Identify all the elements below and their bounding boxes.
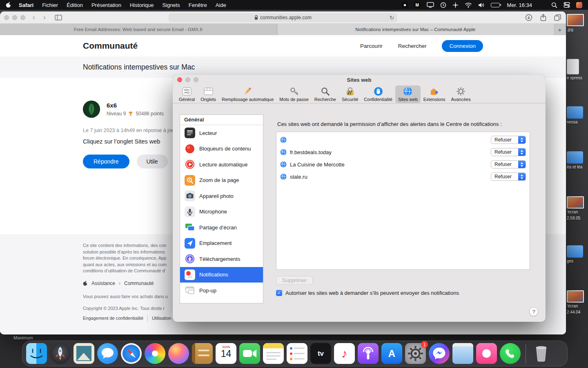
volume-icon[interactable] <box>478 2 485 8</box>
breadcrumb-assistance[interactable]: Assistance <box>91 280 115 287</box>
share-icon[interactable] <box>540 14 546 21</box>
prefs-tab-mots-de-passe[interactable]: Mots de passe <box>276 85 312 103</box>
accessibility-icon[interactable] <box>452 2 459 8</box>
prefs-tab-avancees[interactable]: Avancées <box>448 85 474 103</box>
desktop-file[interactable]: ’écran 2.44.04 <box>567 290 588 315</box>
desktop-file[interactable]: ’écran 2.58.05 <box>567 196 588 221</box>
checkbox-checked-icon[interactable]: ✓ <box>276 290 282 296</box>
dock-contacts-icon[interactable] <box>192 343 213 364</box>
site-row[interactable]: La Cuisine de Mercotte Refuser <box>276 158 530 171</box>
forward-button[interactable]: › <box>43 13 46 22</box>
screen-status-icon[interactable] <box>402 2 408 8</box>
permission-dropdown[interactable]: Refuser <box>491 173 526 181</box>
sidebar-toggle-icon[interactable] <box>55 15 62 20</box>
footer-link-confidentialite[interactable]: Engagement de confidentialité <box>83 315 147 322</box>
site-row[interactable]: fr.bestdeals.today Refuser <box>276 146 530 158</box>
prefs-tab-confidentialite[interactable]: Confidentialité <box>361 85 395 103</box>
dialog-close-button[interactable] <box>177 77 182 82</box>
prefs-tab-recherche[interactable]: Recherche <box>312 85 339 103</box>
permission-dropdown[interactable]: Refuser <box>491 160 526 168</box>
new-tab-button[interactable]: + <box>554 24 566 35</box>
sidebar-item-microphone[interactable]: Microphone <box>180 204 263 220</box>
time-machine-icon[interactable] <box>440 2 446 8</box>
permission-dropdown[interactable]: Refuser <box>491 136 526 144</box>
address-bar[interactable]: communities.apple.com ↻ <box>169 13 397 22</box>
back-button[interactable]: ‹ <box>33 13 35 22</box>
tab-apple-community[interactable]: Notifications intempestives sur Mac – Co… <box>277 24 554 35</box>
helpful-button[interactable]: Utile <box>137 155 168 168</box>
dock-system-preferences-icon[interactable]: 1 <box>405 343 426 364</box>
desktop-file-label-partial[interactable]: Maximum <box>13 335 33 340</box>
dock-safari-icon[interactable] <box>121 343 142 364</box>
prefs-tab-onglets[interactable]: Onglets <box>198 85 219 103</box>
apple-menu-icon[interactable] <box>6 2 11 8</box>
site-row[interactable]: stale.ru Refuser <box>276 171 530 183</box>
menu-safari[interactable]: Safari <box>19 2 33 8</box>
dock-podcasts-icon[interactable] <box>358 343 379 364</box>
prefs-tab-sites-web[interactable]: Sites web <box>395 85 421 103</box>
menu-edition[interactable]: Édition <box>67 2 83 8</box>
sidebar-item-bloqueurs[interactable]: Bloqueurs de contenu <box>180 141 263 157</box>
sidebar-item-lecteur[interactable]: Lecteur <box>180 125 263 141</box>
allow-notifications-checkbox-row[interactable]: ✓ Autoriser les sites web à demander s’i… <box>276 290 459 296</box>
tab-overview-icon[interactable] <box>554 14 561 21</box>
zoom-button[interactable] <box>20 15 25 20</box>
avatar[interactable] <box>83 101 100 118</box>
prefs-tab-extensions[interactable]: Extensions <box>421 85 448 103</box>
minimize-button[interactable] <box>12 15 17 20</box>
dock-trash-icon[interactable] <box>531 343 552 364</box>
sidebar-item-partage-ecran[interactable]: Partage d’écran <box>180 220 263 236</box>
input-language-flag-icon[interactable] <box>538 3 545 7</box>
site-row[interactable]: Refuser <box>276 134 530 146</box>
site-brand[interactable]: Communauté <box>83 41 138 51</box>
dock-minimized-window-icon[interactable] <box>452 343 473 364</box>
reload-icon[interactable]: ↻ <box>390 15 394 21</box>
connexion-button[interactable]: Connexion <box>442 40 483 52</box>
control-center-icon[interactable] <box>564 2 570 8</box>
dock-whatsapp-icon[interactable] <box>500 343 521 364</box>
desktop-file[interactable]: ges <box>567 245 588 264</box>
dock-music-icon[interactable]: ♪ <box>334 343 355 364</box>
prefs-tab-securite[interactable]: Sécurité <box>339 85 361 103</box>
menu-clock[interactable]: Mer. 16:34 <box>507 2 532 8</box>
dock-photos-icon[interactable] <box>145 343 165 364</box>
prefs-tab-remplissage[interactable]: Remplissage automatique <box>219 85 276 103</box>
desktop-file[interactable]: e xpress <box>567 59 588 81</box>
desktop-file[interactable]: .jpg <box>567 14 588 32</box>
dock-launchpad-icon[interactable] <box>50 343 71 364</box>
dock-messenger-icon[interactable] <box>429 343 450 364</box>
sidebar-item-emplacement[interactable]: Emplacement <box>180 236 263 251</box>
menu-aide[interactable]: Aide <box>216 2 226 8</box>
sidebar-item-lecture-auto[interactable]: Lecture automatique <box>180 157 263 173</box>
m-status-icon[interactable]: M <box>414 2 421 8</box>
sidebar-item-notifications[interactable]: Notifications <box>180 267 263 283</box>
downloads-icon[interactable] <box>525 14 532 21</box>
menu-presentation[interactable]: Présentation <box>91 2 121 8</box>
sidebar-item-zoom[interactable]: Zoom de la page <box>180 173 263 188</box>
display-icon[interactable] <box>427 2 434 8</box>
tab-gmx[interactable]: Free Email Addresses: Web based and secu… <box>0 24 277 35</box>
nav-parcourir[interactable]: Parcourir <box>360 43 383 49</box>
breadcrumb-communaute[interactable]: Communauté <box>124 280 154 287</box>
sidebar-item-telechargements[interactable]: Téléchargements <box>180 251 263 267</box>
dock-stamp-app-icon[interactable] <box>74 343 94 364</box>
dock-notes-icon[interactable] <box>263 343 284 364</box>
dock-reminders-icon[interactable] <box>287 343 307 364</box>
spotlight-icon[interactable] <box>551 2 557 8</box>
sidebar-item-appareil-photo[interactable]: Appareil photo <box>180 188 263 204</box>
dock-messages-icon[interactable] <box>97 343 118 364</box>
sidebar-item-popup[interactable]: Pop-up <box>180 283 263 298</box>
reply-button[interactable]: Répondre <box>83 155 129 168</box>
dock-finder-icon[interactable] <box>26 343 47 364</box>
desktop-file[interactable]: nessa <box>567 106 588 125</box>
dock-apple-tv-icon[interactable]: tv <box>310 343 331 364</box>
battery-icon[interactable] <box>491 3 501 7</box>
desktop-file[interactable]: éa et léa <box>567 151 588 170</box>
prefs-tab-general[interactable]: Général <box>176 85 198 103</box>
close-button[interactable] <box>4 15 9 20</box>
dock-pink-app-icon[interactable] <box>476 343 497 364</box>
supprimer-button[interactable]: Supprimer <box>276 276 313 285</box>
menu-fenetre[interactable]: Fenêtre <box>189 2 207 8</box>
help-button[interactable]: ? <box>529 307 538 316</box>
dialog-minimize-button[interactable] <box>185 77 190 82</box>
